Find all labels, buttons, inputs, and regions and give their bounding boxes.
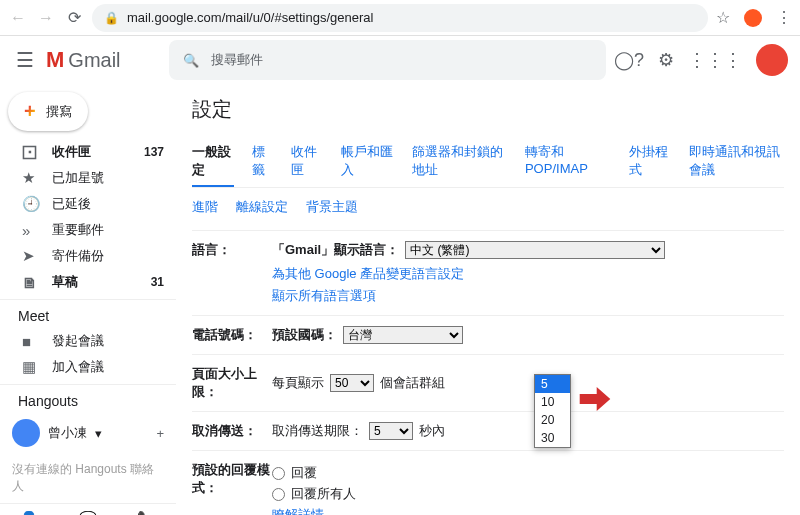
menu-dots-icon[interactable]: ⋮ xyxy=(776,8,792,27)
subtab-offline[interactable]: 離線設定 xyxy=(236,198,288,216)
inbox-icon: 🞔 xyxy=(22,144,38,161)
meet-section-title: Meet xyxy=(0,299,176,328)
tab-general[interactable]: 一般設定 xyxy=(192,137,234,187)
lang-label: 語言： xyxy=(192,241,272,305)
lock-icon: 🔒 xyxy=(104,11,119,25)
help-icon[interactable]: ◯? xyxy=(614,49,644,71)
hangouts-user[interactable]: 曾小凍 ▾ + xyxy=(0,413,176,453)
gear-icon[interactable]: ⚙ xyxy=(658,49,674,71)
tab-labels[interactable]: 標籤 xyxy=(252,137,273,187)
chevron-down-icon: ▾ xyxy=(95,426,102,441)
page-title: 設定 xyxy=(192,96,784,123)
url-text: mail.google.com/mail/u/0/#settings/gener… xyxy=(127,10,373,25)
meet-join[interactable]: ▦加入會議 xyxy=(0,354,176,380)
hangouts-section-title: Hangouts xyxy=(0,384,176,413)
tab-inbox[interactable]: 收件匣 xyxy=(291,137,323,187)
star-icon[interactable]: ☆ xyxy=(716,8,730,27)
lang-show-all[interactable]: 顯示所有語言選項 xyxy=(272,287,784,305)
forward-button[interactable]: → xyxy=(36,9,56,27)
gmail-logo[interactable]: M Gmail xyxy=(46,47,121,73)
lang-select[interactable]: 中文 (繁體) xyxy=(405,241,665,259)
settings-tabs: 一般設定 標籤 收件匣 帳戶和匯入 篩選器和封鎖的地址 轉寄和 POP/IMAP… xyxy=(192,137,784,188)
undo-option-10[interactable]: 10 xyxy=(535,393,570,411)
search-icon: 🔍 xyxy=(183,53,199,68)
pagesize-label: 頁面大小上限： xyxy=(192,365,272,401)
sidebar-item-inbox[interactable]: 🞔收件匣137 xyxy=(0,139,176,165)
undo-option-30[interactable]: 30 xyxy=(535,429,570,447)
meet-start[interactable]: ■發起會議 xyxy=(0,328,176,354)
lang-prefix: 「Gmail」顯示語言： xyxy=(272,241,399,259)
sidebar-item-snoozed[interactable]: 🕘已延後 xyxy=(0,191,176,217)
undo-suffix: 秒內 xyxy=(419,422,445,440)
extension-icon[interactable] xyxy=(744,9,762,27)
phone-prefix: 預設國碼： xyxy=(272,326,337,344)
compose-label: 撰寫 xyxy=(46,103,72,121)
sidebar-item-important[interactable]: »重要郵件 xyxy=(0,217,176,243)
tab-forward[interactable]: 轉寄和 POP/IMAP xyxy=(525,137,611,187)
undo-label: 取消傳送： xyxy=(192,422,272,440)
avatar[interactable] xyxy=(756,44,788,76)
sidebar-item-starred[interactable]: ★已加星號 xyxy=(0,165,176,191)
annotation-arrow xyxy=(578,382,612,419)
sidebar-item-sent[interactable]: ➤寄件備份 xyxy=(0,243,176,269)
tab-accounts[interactable]: 帳戶和匯入 xyxy=(341,137,394,187)
pagesize-suffix: 個會話群組 xyxy=(380,374,445,392)
undo-option-5[interactable]: 5 xyxy=(535,375,570,393)
phone-select[interactable]: 台灣 xyxy=(343,326,463,344)
subtab-advanced[interactable]: 進階 xyxy=(192,198,218,216)
undo-select[interactable]: 5 xyxy=(369,422,413,440)
draft-icon: 🗎 xyxy=(22,274,38,291)
pagesize-select[interactable]: 50 xyxy=(330,374,374,392)
undo-option-20[interactable]: 20 xyxy=(535,411,570,429)
reply-label: 預設的回覆模式： xyxy=(192,461,272,515)
undo-dropdown-open[interactable]: 5 10 20 30 xyxy=(534,374,571,448)
gmail-m-icon: M xyxy=(46,47,64,73)
lang-other-link[interactable]: 為其他 Google 產品變更語言設定 xyxy=(272,265,464,283)
back-button[interactable]: ← xyxy=(8,9,28,27)
reply-radio-reply[interactable] xyxy=(272,467,285,480)
search-input[interactable]: 🔍 搜尋郵件 xyxy=(169,40,606,80)
keyboard-icon: ▦ xyxy=(22,358,38,376)
plus-icon: + xyxy=(24,100,36,123)
hamburger-icon[interactable]: ☰ xyxy=(12,48,38,72)
undo-prefix: 取消傳送期限： xyxy=(272,422,363,440)
gmail-brand: Gmail xyxy=(68,49,120,72)
subtab-themes[interactable]: 背景主題 xyxy=(306,198,358,216)
tab-chat[interactable]: 即時通訊和視訊會議 xyxy=(689,137,784,187)
svg-marker-0 xyxy=(580,387,611,411)
sidebar-item-drafts[interactable]: 🗎草稿31 xyxy=(0,269,176,295)
sent-icon: ➤ xyxy=(22,247,38,265)
hangouts-chat-icon[interactable]: 💬 xyxy=(78,510,98,515)
add-contact-icon[interactable]: + xyxy=(156,426,164,441)
video-icon: ■ xyxy=(22,333,38,350)
pagesize-prefix: 每頁顯示 xyxy=(272,374,324,392)
reply-radio-all[interactable] xyxy=(272,488,285,501)
search-placeholder: 搜尋郵件 xyxy=(211,51,263,69)
important-icon: » xyxy=(22,222,38,239)
hangouts-phone-icon[interactable]: 📞 xyxy=(137,510,157,515)
star-icon: ★ xyxy=(22,169,38,187)
tab-addons[interactable]: 外掛程式 xyxy=(629,137,671,187)
compose-button[interactable]: + 撰寫 xyxy=(8,92,88,131)
hangouts-person-icon[interactable]: 👤 xyxy=(19,510,39,515)
reload-button[interactable]: ⟳ xyxy=(64,8,84,27)
phone-label: 電話號碼： xyxy=(192,326,272,344)
user-avatar xyxy=(12,419,40,447)
no-contacts-text: 沒有連線的 Hangouts 聯絡人 xyxy=(0,453,176,503)
clock-icon: 🕘 xyxy=(22,195,38,213)
reply-learn[interactable]: 瞭解詳情 xyxy=(272,507,324,515)
apps-icon[interactable]: ⋮⋮⋮ xyxy=(688,49,742,71)
tab-filters[interactable]: 篩選器和封鎖的地址 xyxy=(412,137,507,187)
url-bar[interactable]: 🔒 mail.google.com/mail/u/0/#settings/gen… xyxy=(92,4,708,32)
